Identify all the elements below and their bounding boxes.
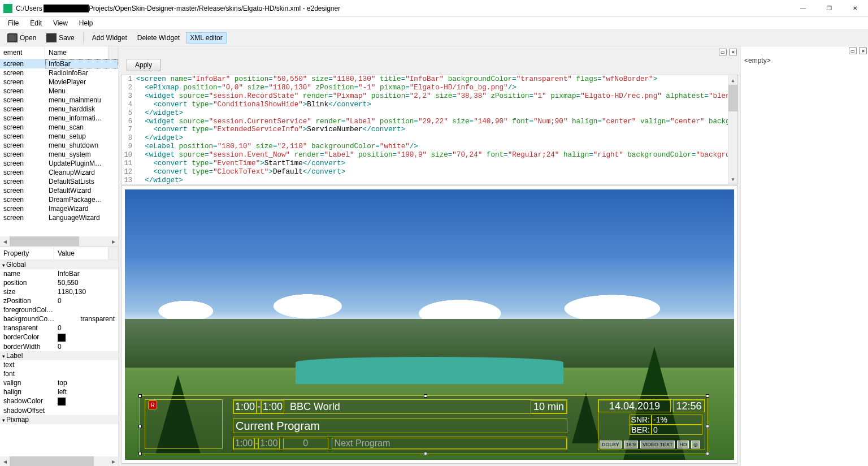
hd-icon: HD (677, 441, 689, 448)
main-area: ement Name screenInfoBarscreenRadioInfoB… (0, 46, 868, 466)
prop-position: position50,550 (0, 278, 118, 287)
screen-row[interactable]: screenInfoBar (0, 59, 118, 68)
screen-row[interactable]: screenmenu_mainmenu (0, 96, 118, 105)
screen-row[interactable]: screenmenu_informati… (0, 114, 118, 123)
osd-status-icons: DOLBY 16:9 VIDEO TEXT HD ◎ (598, 439, 705, 450)
screens-header: ement Name (0, 46, 118, 59)
prop-halign: halignleft (0, 387, 118, 396)
screens-col-name[interactable]: Name (45, 46, 108, 59)
save-label: Save (59, 34, 74, 42)
scroll-thumb[interactable] (728, 85, 737, 111)
screens-hscroll[interactable]: ◂ ▸ (0, 236, 118, 246)
scroll-down-icon[interactable]: ▾ (728, 174, 737, 184)
screen-row[interactable]: screenLanguageWizard (0, 213, 118, 222)
props-scroll-header (108, 247, 118, 260)
osd-service-name: BBC World (290, 401, 340, 413)
scroll-left-icon[interactable]: ◂ (0, 456, 10, 466)
osd-next-start: 1:00 (233, 438, 254, 449)
osd-next-program: Next Program (332, 438, 567, 449)
screen-row[interactable]: screenDefaultWizard (0, 186, 118, 195)
add-widget-label: Add Widget (92, 34, 127, 42)
dock-float-icon[interactable]: ▭ (849, 48, 857, 54)
window-minimize-button[interactable]: — (790, 0, 816, 17)
right-dock-empty: <empty> (741, 55, 868, 66)
props-col-value[interactable]: Value (54, 247, 108, 260)
menu-view[interactable]: View (47, 18, 73, 28)
xml-editor[interactable]: 1 2 3 4 5 6 7 8 9 10 11 12 13 <screen na… (121, 75, 738, 184)
editor-dock-bar: ▭ ✕ (121, 49, 738, 55)
osd-ber: BER:0 (630, 425, 702, 435)
scroll-up-icon[interactable]: ▴ (728, 75, 737, 85)
color-swatch (58, 334, 66, 342)
screens-col-element[interactable]: ement (0, 46, 45, 59)
osd-current-program[interactable]: Current Program (233, 418, 567, 433)
code-lines[interactable]: <screen name="InfoBar" position="50,550"… (135, 75, 737, 184)
menu-help[interactable]: Help (73, 18, 99, 28)
group-label[interactable]: Label (0, 351, 118, 360)
props-col-property[interactable]: Property (0, 247, 54, 260)
properties-body[interactable]: Global nameInfoBar position50,550 size11… (0, 260, 118, 456)
osd-next-row[interactable]: 1:00 - 1:00 0 Next Program (233, 437, 567, 450)
screen-row[interactable]: screenImageWizard (0, 204, 118, 213)
osd-next-end: 1:00 (258, 438, 279, 449)
screen-row[interactable]: screenMenu (0, 87, 118, 96)
properties-panel: Property Value Global nameInfoBar positi… (0, 247, 118, 466)
dock-close-icon[interactable]: ✕ (729, 49, 737, 55)
right-dock-bar: ▭ ✕ (741, 46, 868, 55)
osd-record-indicator[interactable]: R (148, 400, 157, 409)
color-swatch (58, 398, 66, 405)
screen-row[interactable]: screenmenu_scan (0, 123, 118, 132)
screen-row[interactable]: screenmenu_setup (0, 132, 118, 141)
scroll-thumb[interactable] (10, 456, 94, 466)
osd-dash: - (254, 438, 258, 449)
dock-float-icon[interactable]: ▭ (719, 49, 727, 55)
group-global[interactable]: Global (0, 260, 118, 269)
window-maximize-button[interactable]: ❐ (816, 0, 842, 17)
delete-widget-button[interactable]: Delete Widget (133, 32, 184, 44)
prop-zposition: zPosition0 (0, 296, 118, 305)
add-widget-button[interactable]: Add Widget (88, 32, 131, 44)
screen-row[interactable]: screenDreamPackage… (0, 195, 118, 204)
prop-shadowoffset: shadowOffset (0, 406, 118, 415)
scroll-right-icon[interactable]: ▸ (108, 236, 118, 246)
osd-infobar[interactable]: R 1:00 - 1:00 BBC World 10 min Current P… (140, 395, 708, 454)
apply-button[interactable]: Apply (127, 59, 160, 71)
screen-row[interactable]: screenMoviePlayer (0, 77, 118, 87)
menu-edit[interactable]: Edit (24, 18, 47, 28)
folder-open-icon (7, 33, 18, 42)
screen-row[interactable]: screenRadioInfoBar (0, 68, 118, 77)
screen-row[interactable]: screenmenu_system (0, 150, 118, 159)
save-button[interactable]: Save (42, 32, 78, 44)
open-button[interactable]: Open (3, 32, 40, 44)
menu-bar: File Edit View Help (0, 17, 868, 29)
group-pixmap[interactable]: Pixmap (0, 415, 118, 424)
window-close-button[interactable]: ✕ (842, 0, 868, 17)
osd-right-block[interactable]: 14.04.2019 12:56 SNR:-1% BER:0 DOLBY 16:… (598, 399, 705, 450)
skin-preview[interactable]: R 1:00 - 1:00 BBC World 10 min Current P… (121, 185, 738, 464)
osd-duration: 10 min (531, 400, 567, 413)
screens-body[interactable]: screenInfoBarscreenRadioInfoBarscreenMov… (0, 59, 118, 236)
prop-size: size1180,130 (0, 287, 118, 296)
osd-now-row[interactable]: 1:00 - 1:00 BBC World 10 min (233, 399, 567, 414)
title-prefix: C:/Users (16, 5, 42, 12)
right-dock: ▭ ✕ <empty> (740, 46, 868, 466)
xml-editor-button[interactable]: XML editor (186, 32, 227, 44)
props-hscroll[interactable]: ◂ ▸ (0, 456, 118, 466)
screen-row[interactable]: screenDefaultSatLists (0, 177, 118, 186)
screen-row[interactable]: screenmenu_shutdown (0, 141, 118, 150)
prop-text: text (0, 360, 118, 369)
scroll-left-icon[interactable]: ◂ (0, 236, 10, 246)
scroll-right-icon[interactable]: ▸ (108, 456, 118, 466)
screen-row[interactable]: screenCleanupWizard (0, 168, 118, 177)
scroll-thumb[interactable] (10, 236, 79, 246)
dock-close-icon[interactable]: ✕ (859, 48, 867, 54)
screen-row[interactable]: screenmenu_harddisk (0, 105, 118, 114)
osd-snr: SNR:-1% (630, 415, 702, 425)
screen-row[interactable]: screenUpdatePluginM… (0, 159, 118, 168)
prop-fgcolor: foregroundCol… (0, 305, 118, 314)
menu-file[interactable]: File (2, 18, 24, 28)
code-vscroll[interactable]: ▴ ▾ (728, 75, 737, 184)
title-suffix: Projects/OpenSkin-Designer-master/Releas… (89, 5, 341, 12)
videotext-icon: VIDEO TEXT (640, 441, 675, 448)
screens-panel: ement Name screenInfoBarscreenRadioInfoB… (0, 46, 118, 247)
